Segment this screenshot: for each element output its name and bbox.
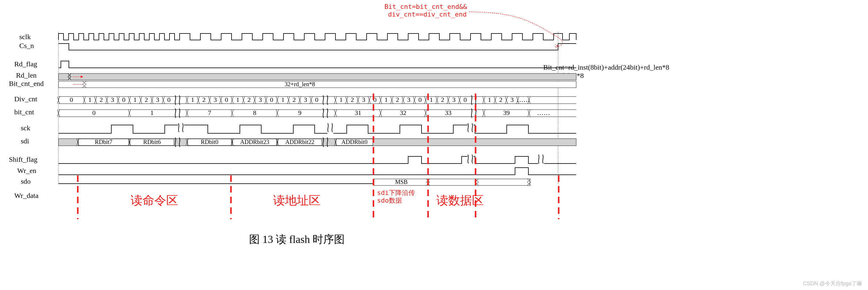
label-cs-n: Cs_n	[19, 42, 34, 49]
row-bit-cnt-end: 32+rd_len*8	[59, 81, 576, 88]
div-cnt-val: 0	[70, 96, 73, 103]
row-sdo: MSB	[59, 179, 531, 185]
bit-cnt-val: 32	[400, 109, 406, 116]
label-sdo: sdo	[21, 177, 31, 185]
row-rd-len	[59, 73, 576, 80]
annot-arrow-curve	[469, 12, 563, 48]
sdi-note-2: sdo数据	[377, 197, 402, 204]
sdi-val: RDbit7	[95, 139, 113, 145]
row-sck	[59, 123, 576, 133]
annot-end-cond-1: Bit_cnt=bit_cnt_end&&	[384, 3, 467, 10]
region-data: 读数据区	[436, 194, 484, 207]
div-cnt-val: 2	[100, 96, 103, 103]
row-sdi: RDbit7RDbit6RDbit0ADDRbit23ADDRbit22ADDR…	[59, 138, 576, 147]
row-sclk	[59, 33, 576, 40]
div-cnt-val: 0	[270, 96, 273, 103]
div-cnt-val: 0	[315, 96, 318, 103]
svg-rect-1	[70, 73, 576, 80]
div-cnt-val: 3	[214, 96, 217, 103]
bit-cnt-val: 0	[92, 109, 96, 116]
div-cnt-val: 0	[225, 96, 228, 103]
div-cnt-val: 3	[510, 96, 514, 103]
label-shift-flag: Shift_flag	[9, 155, 37, 163]
label-rd-flag: Rd_flag	[14, 60, 37, 68]
div-cnt-val: 1	[281, 96, 285, 103]
div-cnt-val: 2	[145, 96, 148, 103]
row-wr-en	[59, 168, 576, 175]
bit-cnt-val: 8	[253, 109, 256, 116]
label-rd-len: Rd_len	[16, 71, 36, 79]
div-cnt-val: 1	[430, 96, 433, 103]
div-cnt-val: 3	[304, 96, 307, 103]
div-cnt-val: 1	[133, 96, 137, 103]
row-shift-flag	[59, 155, 576, 164]
div-cnt-val: 2	[499, 96, 503, 103]
sdi-val: ADDRbit22	[285, 139, 314, 145]
div-cnt-val: 3	[362, 96, 365, 103]
sdi-val: RDbit0	[201, 139, 218, 145]
sdi-val: RDbit6	[144, 139, 161, 145]
div-cnt-val: 2	[203, 96, 206, 103]
svg-rect-4	[59, 81, 576, 88]
div-cnt-val: 2	[351, 96, 354, 103]
div-cnt-val: 3	[407, 96, 410, 103]
annot-bit-cnt-formula-1: Bit_cnt=rd_inst(8bit)+addr(24bit)+rd_len…	[543, 63, 670, 71]
annot-end-cond-2: div_cnt==div_cnt_end	[388, 11, 467, 18]
watermark: CSDN @今天你fpga了嘛	[803, 280, 862, 287]
div-cnt-val: 0	[418, 96, 422, 103]
div-cnt-val: 1	[191, 96, 194, 103]
div-cnt-val: 1	[236, 96, 240, 103]
timing-diagram: sclk Cs_n Rd_flag Rd_len Bit_cnt_end Div…	[0, 0, 868, 290]
bit-cnt-val: 31	[355, 109, 361, 116]
label-bit-cnt-end: Bit_cnt_end	[9, 80, 44, 87]
sdo-msb: MSB	[395, 179, 408, 185]
label-wr-en: Wr_en	[17, 167, 36, 175]
div-cnt-val: 0	[464, 96, 467, 103]
bit-cnt-end-val: 32+rd_len*8	[285, 81, 315, 87]
bit-cnt-val: 9	[298, 109, 302, 116]
sdi-note-1: sdi下降沿传	[377, 189, 415, 196]
div-cnt-val: 2	[441, 96, 444, 103]
div-cnt-val: 0	[167, 96, 171, 103]
bit-cnt-val: 39	[503, 109, 510, 116]
div-cnt-val: 1	[89, 96, 92, 103]
div-cnt-val: 1	[385, 96, 388, 103]
label-sclk: sclk	[19, 33, 31, 41]
div-cnt-val: 2	[396, 96, 399, 103]
div-cnt-val: 1	[488, 96, 491, 103]
div-cnt-val: 1	[340, 96, 343, 103]
row-rd-flag	[59, 61, 576, 68]
row-div-cnt: 012301230123012301230123012301230123……	[57, 96, 576, 105]
row-cs-n	[59, 43, 576, 50]
div-cnt-val: 3	[259, 96, 262, 103]
div-cnt-val: 3	[156, 96, 159, 103]
bit-cnt-val: 7	[208, 109, 211, 116]
label-bit-cnt: bit_cnt	[14, 108, 34, 116]
div-cnt-val: 3	[453, 96, 456, 103]
div-cnt-val: 0	[122, 96, 126, 103]
sdi-val: ADDRbit0	[341, 139, 368, 145]
label-div-cnt: Div_cnt	[14, 95, 37, 103]
label-wr-data: Wr_data	[14, 192, 39, 200]
figure-caption: 图 13 读 flash 时序图	[249, 233, 345, 245]
div-cnt-val: 3	[111, 96, 114, 103]
sdi-val: ADDRbit23	[240, 139, 269, 145]
svg-rect-0	[59, 73, 69, 80]
bit-cnt-val: 33	[445, 109, 452, 116]
div-cnt-val: 2	[248, 96, 251, 103]
div-cnt-val: 2	[293, 96, 296, 103]
bit-cnt-val: 1	[151, 109, 154, 116]
region-cmd: 读命令区	[131, 194, 178, 207]
region-addr: 读地址区	[273, 194, 320, 207]
label-sck: sck	[21, 124, 30, 132]
label-sdi: sdi	[21, 137, 29, 145]
row-bit-cnt: 0178931323339……	[57, 108, 576, 118]
bit-cnt-val: ……	[537, 109, 550, 116]
